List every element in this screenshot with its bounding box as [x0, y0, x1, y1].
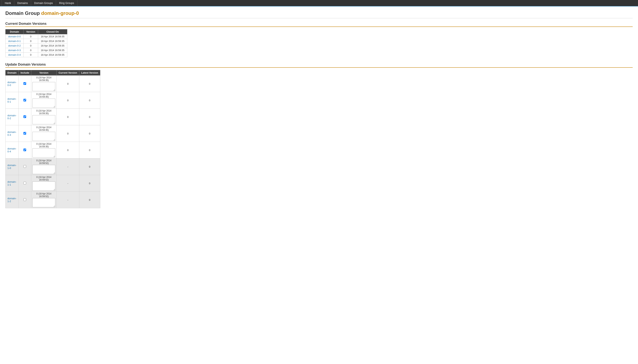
update-version-cell[interactable]: 0 (18 Apr 2014 16:59:35)	[31, 125, 57, 142]
update-current-version: -	[57, 192, 79, 208]
update-current-version: 0	[57, 109, 79, 125]
version-label: 0 (18 Apr 2014 16:59:52)	[32, 159, 55, 164]
version-input[interactable]	[32, 148, 55, 158]
update-version-cell[interactable]: 0 (18 Apr 2014 16:59:35)	[31, 92, 57, 109]
update-domain-versions-table: DomainIncludeVersionCurrent VersionLates…	[5, 70, 100, 208]
table-row: domain-0-1018 Apr 2014 16:59:35	[6, 39, 67, 44]
update-version-cell[interactable]: 0 (18 Apr 2014 16:59:35)	[31, 76, 57, 92]
current-domain-link[interactable]: domain-0-1	[6, 39, 24, 44]
nav-item-ring-groups[interactable]: Ring Groups	[56, 0, 78, 6]
version-label: 0 (18 Apr 2014 16:59:35)	[32, 143, 55, 148]
current-version-value: 0	[24, 53, 38, 57]
update-table-col-version: Version	[31, 70, 57, 76]
table-row: domain-0-4018 Apr 2014 16:59:35	[6, 53, 67, 57]
update-version-cell[interactable]: 0 (18 Apr 2014 16:59:35)	[31, 142, 57, 158]
version-label: 0 (18 Apr 2014 16:59:35)	[32, 76, 55, 82]
current-version-value: 0	[24, 39, 38, 44]
update-latest-version: 0	[79, 92, 100, 109]
update-current-version: -	[57, 158, 79, 175]
version-input[interactable]	[32, 98, 55, 108]
current-domain-link[interactable]: domain-0-0	[6, 34, 24, 39]
update-table-col-latest-version: Latest Version	[79, 70, 100, 76]
current-table-body: domain-0-0018 Apr 2014 16:59:35domain-0-…	[6, 34, 67, 57]
version-input[interactable]	[32, 115, 55, 124]
update-version-cell[interactable]: 0 (18 Apr 2014 16:59:52)	[31, 158, 57, 175]
table-row: domain-0-3018 Apr 2014 16:59:35	[6, 48, 67, 53]
version-label: 0 (18 Apr 2014 16:59:35)	[32, 93, 55, 98]
version-input[interactable]	[32, 198, 55, 207]
update-include-cell[interactable]	[18, 192, 31, 208]
page-title: Domain Group domain-group-0	[5, 10, 633, 18]
include-checkbox[interactable]	[24, 198, 26, 201]
current-closed-on-value: 18 Apr 2014 16:59:35	[38, 53, 67, 57]
current-domain-link[interactable]: domain-0-3	[6, 48, 24, 53]
table-row: domain-0-40 (18 Apr 2014 16:59:35)00	[6, 142, 100, 158]
table-row: domain-1-10 (18 Apr 2014 16:59:52)-0	[6, 175, 100, 192]
include-checkbox[interactable]	[24, 82, 26, 85]
update-latest-version: 0	[79, 109, 100, 125]
page-title-static: Domain Group	[5, 10, 40, 16]
update-include-cell[interactable]	[18, 92, 31, 109]
current-table-col-closed-on: Closed On	[38, 29, 67, 34]
update-include-cell[interactable]	[18, 142, 31, 158]
update-latest-version: 0	[79, 175, 100, 192]
version-label: 0 (18 Apr 2014 16:59:52)	[32, 176, 55, 181]
update-domain-link[interactable]: domain-1-0	[6, 158, 19, 175]
version-input[interactable]	[32, 182, 55, 191]
version-input[interactable]	[32, 82, 55, 91]
update-include-cell[interactable]	[18, 158, 31, 175]
update-table-body: domain-0-00 (18 Apr 2014 16:59:35)00doma…	[6, 76, 100, 208]
update-current-version: 0	[57, 142, 79, 158]
version-label: 0 (18 Apr 2014 16:59:35)	[32, 110, 55, 115]
include-checkbox[interactable]	[24, 99, 26, 102]
current-closed-on-value: 18 Apr 2014 16:59:35	[38, 48, 67, 53]
current-table-header: DomainVersionClosed On	[6, 29, 67, 34]
update-latest-version: 0	[79, 142, 100, 158]
version-input[interactable]	[32, 165, 55, 174]
update-include-cell[interactable]	[18, 76, 31, 92]
current-closed-on-value: 18 Apr 2014 16:59:35	[38, 39, 67, 44]
update-section-heading: Update Domain Versions	[5, 62, 633, 68]
current-domain-link[interactable]: domain-0-2	[6, 44, 24, 48]
update-domain-link[interactable]: domain-0-1	[6, 92, 19, 109]
update-latest-version: 0	[79, 158, 100, 175]
update-version-cell[interactable]: 0 (18 Apr 2014 16:59:52)	[31, 175, 57, 192]
nav-item-domain-groups[interactable]: Domain Groups	[31, 0, 56, 6]
current-table-col-domain: Domain	[6, 29, 24, 34]
include-checkbox[interactable]	[24, 132, 26, 134]
update-domain-link[interactable]: domain-1-2	[6, 192, 19, 208]
update-table-col-include: Include	[18, 70, 31, 76]
update-domain-link[interactable]: domain-0-0	[6, 76, 19, 92]
version-input[interactable]	[32, 132, 55, 141]
update-domain-link[interactable]: domain-0-3	[6, 125, 19, 142]
nav-item-domains[interactable]: Domains	[14, 0, 31, 6]
update-include-cell[interactable]	[18, 109, 31, 125]
update-version-cell[interactable]: 0 (18 Apr 2014 16:59:35)	[31, 109, 57, 125]
current-closed-on-value: 18 Apr 2014 16:59:35	[38, 44, 67, 48]
include-checkbox[interactable]	[24, 165, 26, 168]
page-title-highlight: domain-group-0	[41, 10, 79, 16]
include-checkbox[interactable]	[24, 148, 26, 151]
current-domain-link[interactable]: domain-0-4	[6, 53, 24, 57]
table-row: domain-0-00 (18 Apr 2014 16:59:35)00	[6, 76, 100, 92]
main-content: Domain Group domain-group-0 Current Doma…	[0, 6, 638, 212]
update-version-cell[interactable]: 0 (18 Apr 2014 16:59:52)	[31, 192, 57, 208]
include-checkbox[interactable]	[24, 182, 26, 184]
current-version-value: 0	[24, 34, 38, 39]
update-current-version: 0	[57, 92, 79, 109]
update-domain-link[interactable]: domain-0-2	[6, 109, 19, 125]
update-include-cell[interactable]	[18, 125, 31, 142]
update-domain-link[interactable]: domain-1-1	[6, 175, 19, 192]
nav-item-hank[interactable]: Hank	[2, 0, 14, 6]
version-label: 0 (18 Apr 2014 16:59:52)	[32, 192, 55, 198]
current-version-value: 0	[24, 48, 38, 53]
update-table-col-domain: Domain	[6, 70, 19, 76]
table-row: domain-1-20 (18 Apr 2014 16:59:52)-0	[6, 192, 100, 208]
include-checkbox[interactable]	[24, 115, 26, 118]
update-include-cell[interactable]	[18, 175, 31, 192]
current-closed-on-value: 18 Apr 2014 16:59:35	[38, 34, 67, 39]
main-nav: HankDomainsDomain GroupsRing Groups	[0, 0, 638, 6]
current-domain-versions-table: DomainVersionClosed On domain-0-0018 Apr…	[5, 29, 67, 57]
update-latest-version: 0	[79, 125, 100, 142]
update-domain-link[interactable]: domain-0-4	[6, 142, 19, 158]
